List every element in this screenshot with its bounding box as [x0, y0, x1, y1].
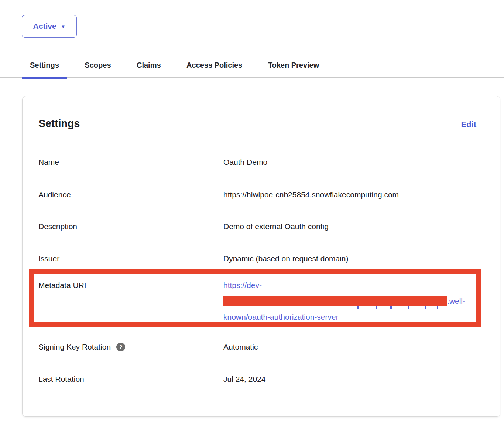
field-row-name: Name Oauth Demo — [38, 157, 476, 168]
field-row-last-rotation: Last Rotation Jul 24, 2024 — [38, 374, 476, 385]
tab-scopes[interactable]: Scopes — [76, 55, 119, 77]
tab-claims[interactable]: Claims — [128, 55, 169, 77]
settings-card-header: Settings Edit — [38, 117, 476, 131]
metadata-uri-link-line2: .well- — [223, 293, 476, 309]
last-rotation-label: Last Rotation — [38, 374, 223, 385]
audience-value: https://hlwlpoe-cnb25854.snowflakecomput… — [223, 189, 476, 200]
metadata-uri-label: Metadata URI — [38, 277, 223, 293]
tab-bar: Settings Scopes Claims Access Policies T… — [0, 55, 504, 78]
description-value: Demo of external Oauth config — [223, 221, 476, 232]
settings-fields: Name Oauth Demo Audience https://hlwlpoe… — [38, 157, 476, 385]
status-dropdown-label: Active — [33, 22, 56, 31]
tab-token-preview[interactable]: Token Preview — [260, 55, 328, 77]
name-value: Oauth Demo — [223, 157, 476, 168]
edit-button[interactable]: Edit — [461, 118, 476, 131]
tab-settings[interactable]: Settings — [22, 55, 67, 77]
settings-card: Settings Edit Name Oauth Demo Audience h… — [22, 96, 500, 417]
question-mark-icon[interactable]: ? — [116, 343, 125, 351]
field-row-issuer: Issuer Dynamic (based on request domain) — [38, 253, 476, 264]
metadata-uri-link-line3: known/oauth-authorization-server — [223, 309, 476, 325]
issuer-value: Dynamic (based on request domain) — [223, 253, 476, 264]
oauth-server-settings-page: { "status_button": { "label": "Active", … — [0, 0, 504, 432]
name-label: Name — [38, 157, 223, 168]
audience-label: Audience — [38, 189, 223, 200]
issuer-label: Issuer — [38, 253, 223, 264]
status-dropdown-button[interactable]: Active ▼ — [22, 15, 77, 38]
last-rotation-value: Jul 24, 2024 — [223, 374, 476, 385]
redaction-bar — [223, 296, 447, 306]
field-row-description: Description Demo of external Oauth confi… — [38, 221, 476, 232]
metadata-uri-link-line1: https://dev- — [223, 277, 476, 293]
field-row-metadata-uri: Metadata URI https://dev- .well- known/o… — [38, 277, 476, 325]
metadata-uri-link[interactable]: https://dev- .well- known/oauth-authoriz… — [223, 277, 476, 325]
card-title: Settings — [38, 117, 80, 130]
metadata-uri-link-line2-suffix: .well- — [447, 297, 465, 305]
signing-key-rotation-value: Automatic — [223, 341, 476, 353]
signing-key-rotation-label: Signing Key Rotation — [38, 341, 111, 353]
field-row-audience: Audience https://hlwlpoe-cnb25854.snowfl… — [38, 189, 476, 200]
description-label: Description — [38, 221, 223, 232]
chevron-down-icon: ▼ — [61, 24, 66, 29]
tab-access-policies[interactable]: Access Policies — [178, 55, 250, 77]
field-row-signing-key-rotation: Signing Key Rotation ? Automatic — [38, 341, 476, 353]
